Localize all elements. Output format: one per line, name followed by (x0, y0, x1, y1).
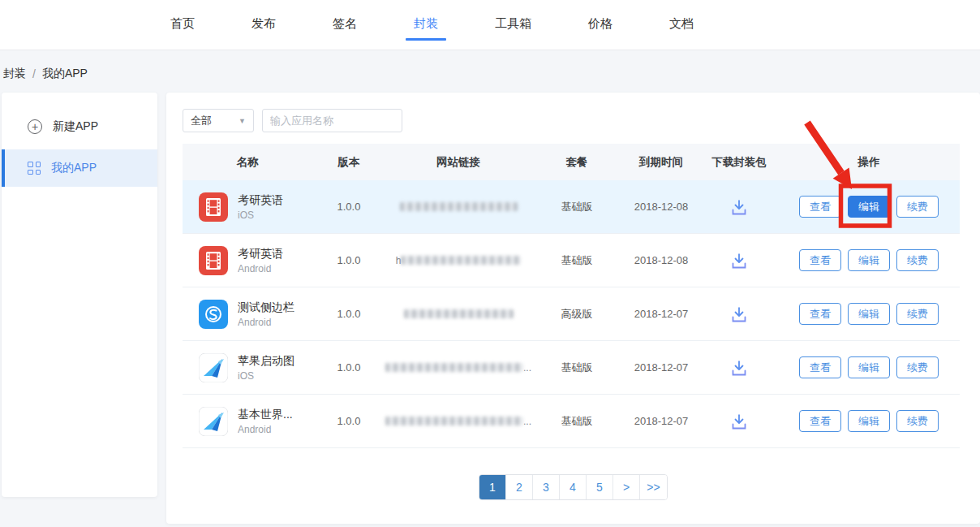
search-input[interactable] (270, 114, 413, 127)
search-box (262, 109, 402, 132)
nav-item-6[interactable]: 文档 (661, 10, 702, 41)
page-button->[interactable]: > (613, 475, 640, 499)
app-platform: iOS (238, 370, 294, 382)
breadcrumb-separator: / (32, 67, 36, 80)
expire-date: 2018-12-07 (622, 361, 700, 374)
page-button-4[interactable]: 4 (560, 475, 587, 499)
edit-button[interactable]: 编辑 (848, 196, 890, 218)
main-panel: 全部 ▼ 名称 版本 网站链接 套餐 到期时间 下载封装包 操作 (166, 93, 980, 524)
app-version: 1.0.0 (312, 415, 385, 427)
sidebar-item-new-app[interactable]: + 新建APP (2, 104, 157, 149)
app-version: 1.0.0 (312, 201, 385, 213)
origami-bird-icon (199, 407, 228, 436)
app-icon (199, 192, 228, 222)
url-prefix: h (396, 255, 402, 266)
col-version: 版本 (312, 155, 385, 170)
renew-button[interactable]: 续费 (896, 410, 939, 433)
nav-item-0[interactable]: 首页 (162, 10, 203, 41)
pagination: 12345>>> (166, 474, 980, 500)
origami-bird-icon (199, 353, 228, 382)
view-button[interactable]: 查看 (799, 249, 841, 272)
category-dropdown-value: 全部 (191, 114, 212, 128)
col-package: 套餐 (531, 155, 622, 170)
table-row: 考研英语 Android 1.0.0 h 基础版 2018-12-08 查看 编… (183, 234, 960, 287)
nav-item-5[interactable]: 价格 (580, 10, 621, 41)
download-icon[interactable] (729, 358, 749, 378)
page-button-5[interactable]: 5 (587, 475, 613, 499)
url-blur-strip (385, 417, 523, 425)
sidebar-item-label: 我的APP (51, 161, 97, 175)
table-row: 测试侧边栏 Android 1.0.0 高级版 2018-12-07 查看 编辑 (183, 287, 960, 341)
download-icon[interactable] (729, 251, 749, 270)
edit-button[interactable]: 编辑 (848, 303, 890, 326)
nav-item-4[interactable]: 工具箱 (487, 10, 539, 41)
app-platform: Android (238, 317, 294, 328)
expire-date: 2018-12-08 (622, 254, 700, 266)
masked-url: h (385, 255, 531, 266)
nav-item-2[interactable]: 签名 (325, 10, 365, 41)
page-button-3[interactable]: 3 (533, 475, 560, 499)
breadcrumb: 封装 / 我的APP (3, 67, 88, 81)
edit-button[interactable]: 编辑 (848, 249, 890, 272)
breadcrumb-first[interactable]: 封装 (3, 67, 26, 81)
expire-date: 2018-12-08 (622, 201, 700, 213)
download-icon[interactable] (729, 305, 749, 324)
app-name: 考研英语 (238, 247, 283, 261)
view-button[interactable]: 查看 (799, 356, 841, 379)
page-button-2[interactable]: 2 (506, 475, 533, 499)
page-button-1[interactable]: 1 (479, 475, 506, 499)
expire-date: 2018-12-07 (622, 415, 700, 427)
category-dropdown[interactable]: 全部 ▼ (183, 109, 254, 132)
film-icon (199, 246, 228, 275)
top-navbar: 首页 发布 签名 封装 工具箱 价格 文档 (0, 0, 980, 50)
plus-circle-icon: + (28, 119, 42, 134)
grid-icon (28, 162, 41, 175)
app-version: 1.0.0 (312, 254, 385, 266)
masked-url: ... (385, 416, 531, 427)
view-button[interactable]: 查看 (799, 303, 841, 326)
app-name: 测试侧边栏 (238, 300, 294, 315)
renew-button[interactable]: 续费 (896, 356, 939, 379)
app-name: 考研英语 (238, 193, 283, 208)
view-button[interactable]: 查看 (799, 196, 841, 218)
masked-url (385, 202, 531, 211)
nav-item-3[interactable]: 封装 (406, 10, 446, 41)
table-row: 苹果启动图 iOS 1.0.0 ... 基础版 2018-12-07 查看 编辑 (183, 341, 960, 395)
col-actions: 操作 (778, 155, 960, 170)
download-icon[interactable] (729, 412, 749, 431)
sidebar-item-my-app[interactable]: 我的APP (2, 149, 157, 187)
col-download: 下载封装包 (700, 155, 778, 170)
col-expire: 到期时间 (622, 155, 700, 170)
renew-button[interactable]: 续费 (896, 249, 939, 272)
app-icon (199, 407, 228, 436)
url-blur-strip (404, 309, 514, 318)
app-version: 1.0.0 (312, 361, 385, 374)
app-name: 苹果启动图 (238, 354, 294, 369)
package-tier: 高级版 (531, 307, 622, 322)
app-icon (199, 246, 228, 275)
page-button->>[interactable]: >> (640, 475, 667, 499)
url-suffix: ... (523, 362, 531, 374)
filter-bar: 全部 ▼ (183, 109, 402, 132)
url-suffix: ... (523, 416, 531, 427)
package-tier: 基础版 (531, 200, 622, 214)
download-icon[interactable] (729, 197, 749, 217)
s-logo-icon (199, 300, 228, 329)
app-table: 名称 版本 网站链接 套餐 到期时间 下载封装包 操作 (183, 144, 960, 448)
breadcrumb-current: 我的APP (42, 67, 88, 81)
app-icon (199, 353, 228, 382)
url-blur-strip (385, 363, 523, 372)
app-name: 基本世界... (238, 408, 293, 422)
edit-button[interactable]: 编辑 (848, 410, 890, 433)
renew-button[interactable]: 续费 (896, 303, 939, 326)
renew-button[interactable]: 续费 (896, 196, 939, 218)
app-platform: iOS (238, 210, 283, 221)
nav-item-1[interactable]: 发布 (243, 10, 284, 41)
url-blur-strip (400, 202, 518, 211)
edit-button[interactable]: 编辑 (848, 356, 890, 379)
view-button[interactable]: 查看 (799, 410, 841, 433)
app-version: 1.0.0 (312, 308, 385, 320)
expire-date: 2018-12-07 (622, 308, 700, 320)
col-url: 网站链接 (385, 155, 531, 170)
film-icon (199, 192, 228, 222)
